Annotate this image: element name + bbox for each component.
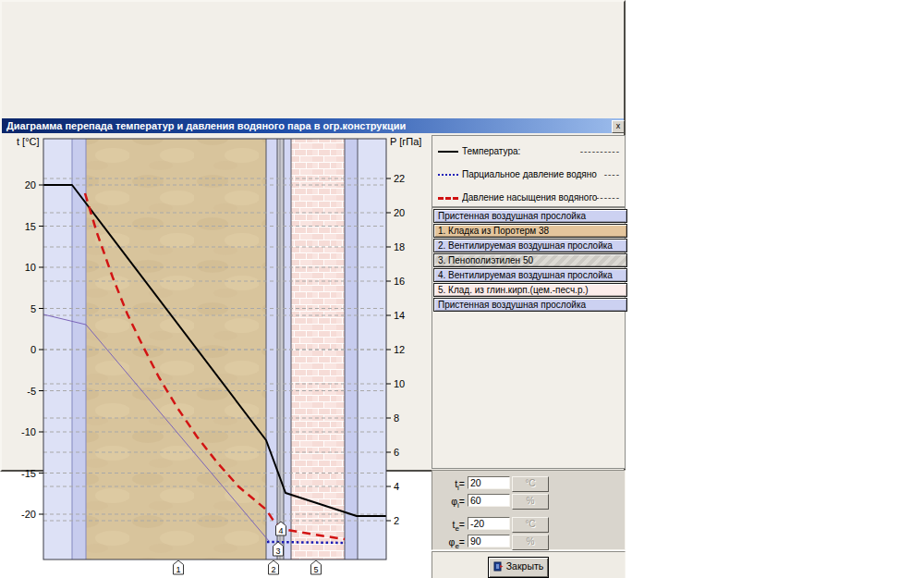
input-row-t-outside: te=°C [432, 517, 625, 532]
phi-outside-unit-button[interactable]: % [512, 535, 549, 550]
layer-list-item[interactable]: Пристенная воздушная прослойка [433, 209, 627, 223]
tick-label-left: -20 [21, 509, 36, 520]
tick-label-left: 20 [25, 179, 36, 191]
close-button[interactable]: Закрыть [488, 557, 549, 578]
input-label-phi-outside: φe= [432, 536, 465, 550]
legend-item: Температура:---------- [432, 141, 625, 164]
tick-label-right: 4 [394, 481, 399, 492]
layer-tag-label: 5 [313, 565, 318, 574]
layers-panel: Пристенная воздушная прослойка1. Кладка … [432, 207, 626, 469]
input-label-t-inside: ti= [432, 478, 465, 492]
legend-panel: Температура:----------Парциальное давлен… [432, 135, 626, 207]
t-inside-field[interactable] [468, 476, 510, 489]
tick-label-left: 5 [30, 303, 36, 314]
left-axis-title: t [°C] [17, 136, 40, 147]
legend-label: Давление насыщения водяного пара: [462, 192, 597, 203]
layer-tag-label: 1 [176, 565, 180, 574]
window-title: Диаграмма перепада температур и давления… [6, 120, 406, 131]
layer-list-item[interactable]: 5. Клад. из глин.кирп.(цем.-песч.р.) [433, 283, 627, 297]
dashed-red-line-sample [438, 197, 458, 200]
close-icon[interactable]: x [612, 120, 625, 133]
t-outside-unit-button[interactable]: °C [512, 517, 549, 533]
layer-list-item[interactable]: 3. Пенополиэтилен 50 [433, 253, 627, 267]
legend-trail: ---- [604, 169, 620, 179]
boundary-conditions-panel: ti=°Cφi=%te=°Cφe=% [432, 470, 626, 550]
layer-tag-label: 3 [275, 547, 280, 556]
phi-outside-field[interactable] [468, 535, 510, 547]
legend-label: Температура: [462, 146, 520, 156]
legend-item: Парциальное давление водяного пара:---- [432, 164, 625, 187]
phi-inside-unit-button[interactable]: % [512, 494, 549, 510]
tick-label-right: 22 [394, 173, 405, 184]
tick-label-left: 15 [25, 221, 36, 232]
close-button-label: Закрыть [506, 560, 543, 572]
t-outside-field[interactable] [468, 517, 510, 530]
t-inside-unit-button[interactable]: °C [512, 476, 549, 492]
tick-label-left: -5 [27, 386, 36, 397]
tick-label-left: 0 [30, 344, 36, 355]
input-row-phi-inside: φi=% [432, 494, 625, 509]
glaser-diagram: 20151050-5-10-15-20222018161412108642t [… [0, 132, 427, 578]
layer-list-item[interactable]: 2. Вентилируемая воздушная прослойка [433, 239, 627, 252]
tick-label-right: 18 [394, 241, 405, 252]
layer-list-item[interactable]: 1. Кладка из Поротерм 38 [433, 224, 627, 238]
tick-label-right: 16 [394, 276, 405, 287]
title-bar[interactable]: Диаграмма перепада температур и давления… [2, 118, 624, 133]
exit-door-icon [493, 561, 504, 572]
layer-tag-label: 2 [271, 565, 275, 574]
phi-inside-field[interactable] [468, 494, 510, 507]
dotted-blue-line-sample [438, 174, 458, 176]
tick-label-left: -15 [21, 468, 36, 479]
tick-label-left: -10 [21, 426, 36, 437]
right-axis-title: P [гПа] [390, 136, 421, 147]
legend-label: Парциальное давление водяного пара: [462, 169, 597, 179]
tick-label-right: 2 [394, 515, 399, 526]
solid-black-line-sample [438, 151, 458, 153]
input-label-phi-inside: φi= [432, 496, 465, 510]
layer-tag-label: 4 [278, 526, 283, 535]
tick-label-right: 14 [394, 310, 405, 321]
tick-label-right: 20 [394, 207, 405, 218]
input-row-t-inside: ti=°C [432, 476, 625, 491]
tick-label-left: 10 [25, 262, 36, 273]
layer-list-item[interactable]: Пристенная воздушная прослойка [433, 298, 627, 312]
tick-label-right: 6 [394, 447, 399, 458]
legend-trail: ------ [596, 192, 620, 203]
footer-panel: Закрыть [432, 551, 626, 578]
layer-list-item[interactable]: 4. Вентилируемая воздушная прослойка [433, 268, 627, 282]
tick-label-right: 8 [394, 412, 399, 424]
legend-trail: ---------- [580, 146, 620, 156]
tick-label-right: 10 [394, 378, 405, 389]
input-row-phi-outside: φe=% [432, 535, 625, 549]
tick-label-right: 12 [394, 344, 405, 355]
input-label-t-outside: te= [432, 519, 465, 533]
